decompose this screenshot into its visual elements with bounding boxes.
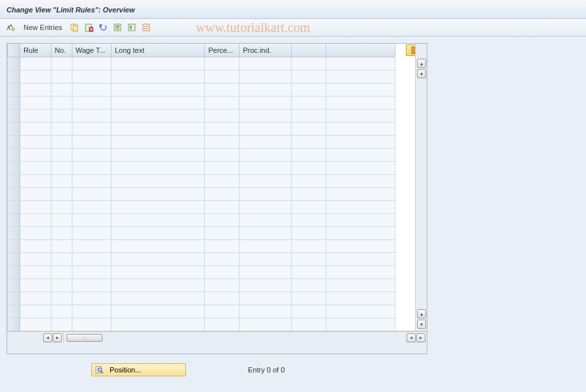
row-selector[interactable] <box>8 279 20 292</box>
table-row[interactable] <box>8 109 395 122</box>
table-row[interactable] <box>8 122 395 135</box>
content-area: Rule No. Wage T... Long text Perce... Pr… <box>0 37 586 392</box>
column-spacer <box>326 44 395 57</box>
hscroll-thumb[interactable]: ::: <box>67 334 102 342</box>
svg-rect-8 <box>116 29 119 29</box>
column-no[interactable]: No. <box>51 44 72 57</box>
row-selector[interactable] <box>8 174 20 187</box>
table-container: Rule No. Wage T... Long text Perce... Pr… <box>7 43 427 354</box>
column-long-text[interactable]: Long text <box>111 44 204 57</box>
column-proc-ind[interactable]: Proc.ind. <box>239 44 292 57</box>
table-row[interactable] <box>8 135 395 148</box>
row-selector[interactable] <box>8 305 20 318</box>
table-row[interactable] <box>8 187 395 200</box>
table-row[interactable] <box>8 213 395 226</box>
undo-icon[interactable] <box>97 22 109 33</box>
table-row[interactable] <box>8 57 395 70</box>
scroll-down-button[interactable]: ▴ <box>417 309 426 318</box>
row-selector[interactable] <box>8 70 20 83</box>
table-row[interactable] <box>8 239 395 252</box>
delete-icon[interactable] <box>83 22 95 33</box>
column-wage[interactable]: Wage T... <box>72 44 111 57</box>
window-title: Change View "Limit Rules": Overview <box>7 6 134 14</box>
toggle-display-icon[interactable] <box>5 22 17 33</box>
table-row[interactable] <box>8 252 395 265</box>
select-block-icon[interactable] <box>126 22 138 33</box>
row-selector[interactable] <box>8 122 20 135</box>
row-selector[interactable] <box>8 265 20 279</box>
row-selector[interactable] <box>8 148 20 161</box>
new-entries-button[interactable]: New Entries <box>20 22 66 33</box>
position-icon <box>95 365 104 374</box>
title-bar: Change View "Limit Rules": Overview <box>0 0 586 19</box>
table-blank-footer <box>7 343 427 354</box>
table-row[interactable] <box>8 174 395 187</box>
row-selector[interactable] <box>8 135 20 148</box>
row-selector[interactable] <box>8 292 20 305</box>
page-down-button[interactable]: ▾ <box>417 320 426 329</box>
row-selector[interactable] <box>8 239 20 252</box>
fixed-scroll-right-button[interactable]: ▸ <box>53 333 62 342</box>
table-row[interactable] <box>8 305 395 318</box>
hscroll-track[interactable]: ::: <box>65 333 404 342</box>
table-row[interactable] <box>8 318 395 331</box>
row-selector-header <box>8 44 20 57</box>
table-row[interactable] <box>8 292 395 305</box>
scroll-right-button[interactable]: ▸ <box>416 333 425 342</box>
svg-rect-2 <box>73 25 78 31</box>
data-table: Rule No. Wage T... Long text Perce... Pr… <box>7 44 395 331</box>
table-row[interactable] <box>8 96 395 109</box>
row-selector[interactable] <box>8 187 20 200</box>
deselect-all-icon[interactable] <box>140 22 152 33</box>
scroll-left-button[interactable]: ◂ <box>407 333 416 342</box>
table-row[interactable] <box>8 161 395 174</box>
column-extra[interactable] <box>291 44 326 57</box>
position-button[interactable]: Position... <box>91 363 186 376</box>
position-label: Position... <box>110 366 141 374</box>
column-perce[interactable]: Perce... <box>205 44 239 57</box>
row-selector[interactable] <box>8 226 20 239</box>
table-row[interactable] <box>8 148 395 161</box>
table-row[interactable] <box>8 265 395 279</box>
row-selector[interactable] <box>8 96 20 109</box>
scroll-up-button[interactable]: ▾ <box>417 69 426 78</box>
entry-count-text: Entry 0 of 0 <box>248 366 285 374</box>
column-rule[interactable]: Rule <box>20 44 52 57</box>
toolbar: New Entries www.tutorialkart.com <box>0 19 586 37</box>
svg-rect-10 <box>130 25 132 29</box>
svg-rect-7 <box>116 27 119 28</box>
row-selector[interactable] <box>8 161 20 174</box>
svg-rect-11 <box>143 24 149 31</box>
table-row[interactable] <box>8 70 395 83</box>
select-all-icon[interactable] <box>112 22 123 33</box>
table-row[interactable] <box>8 226 395 239</box>
table-row[interactable] <box>8 83 395 96</box>
row-selector[interactable] <box>8 252 20 265</box>
row-selector[interactable] <box>8 200 20 213</box>
table-row[interactable] <box>8 200 395 213</box>
vertical-scrollbar[interactable]: ▴ ▾ ▴ ▾ <box>415 44 427 331</box>
svg-rect-12 <box>144 26 148 27</box>
horizontal-scrollbar: ◂ ▸ ::: ◂ ▸ <box>7 331 427 343</box>
row-selector[interactable] <box>8 109 20 122</box>
fixed-scroll-left-button[interactable]: ◂ <box>43 333 52 342</box>
row-selector[interactable] <box>8 57 20 70</box>
watermark-text: www.tutorialkart.com <box>196 20 310 35</box>
svg-point-0 <box>12 28 14 31</box>
copy-icon[interactable] <box>69 22 80 33</box>
row-selector[interactable] <box>8 318 20 331</box>
page-up-button[interactable]: ▴ <box>417 59 426 68</box>
row-selector[interactable] <box>8 83 20 96</box>
row-selector[interactable] <box>8 213 20 226</box>
table-row[interactable] <box>8 279 395 292</box>
svg-rect-6 <box>116 25 119 27</box>
svg-rect-13 <box>144 28 148 29</box>
footer: Position... Entry 0 of 0 <box>7 363 579 376</box>
